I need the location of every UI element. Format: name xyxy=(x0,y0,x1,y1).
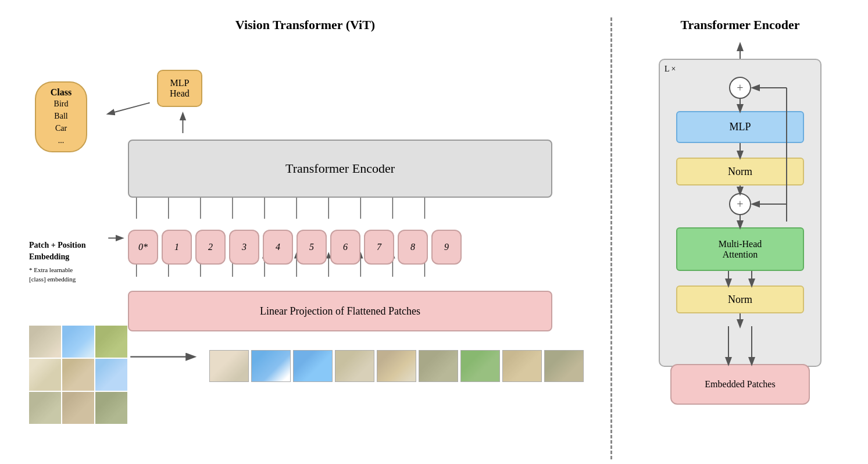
patch-tokens-row: 0* 1 2 3 4 5 6 7 8 9 xyxy=(128,230,462,265)
patch-token-8: 8 xyxy=(398,230,428,265)
patch-token-0: 0* xyxy=(128,230,158,265)
svg-line-0 xyxy=(108,103,149,114)
input-patch-9 xyxy=(95,392,127,424)
class-label: Class xyxy=(47,87,76,98)
patch-token-7: 7 xyxy=(364,230,394,265)
dashed-divider xyxy=(610,17,612,459)
asterisk-note: * Extra learnable[class] embedding xyxy=(29,266,85,284)
mlp-head-box: MLPHead xyxy=(157,70,202,107)
te-norm1-block: Norm xyxy=(676,285,804,313)
patch-token-6: 6 xyxy=(330,230,360,265)
output-patch-1 xyxy=(209,350,249,382)
class-items: BirdBallCar... xyxy=(47,98,76,147)
output-patch-9 xyxy=(544,350,584,382)
input-patch-8 xyxy=(62,392,94,424)
te-norm2-block: Norm xyxy=(676,158,804,185)
input-patch-1 xyxy=(29,326,61,358)
class-box: Class BirdBallCar... xyxy=(35,81,87,152)
output-patch-2 xyxy=(251,350,291,382)
vit-title: Vision Transformer (ViT) xyxy=(235,17,375,33)
patch-token-5: 5 xyxy=(297,230,327,265)
patch-token-9: 9 xyxy=(431,230,462,265)
patch-token-2: 2 xyxy=(195,230,226,265)
transformer-encoder-detail-title: Transformer Encoder xyxy=(680,17,799,33)
embedded-patches-box: Embedded Patches xyxy=(670,364,810,405)
lx-label: L × xyxy=(665,65,676,74)
te-mlp-block: MLP xyxy=(676,111,804,143)
input-patch-4 xyxy=(29,359,61,391)
input-patch-3 xyxy=(95,326,127,358)
patch-token-3: 3 xyxy=(229,230,259,265)
output-patches-row xyxy=(209,350,584,382)
patch-token-4: 4 xyxy=(263,230,293,265)
vit-section: Vision Transformer (ViT) Class BirdBallC… xyxy=(12,12,599,452)
output-patch-5 xyxy=(377,350,416,382)
transformer-encoder-box: Transformer Encoder xyxy=(128,140,552,198)
output-patch-7 xyxy=(460,350,500,382)
input-patch-5 xyxy=(62,359,94,391)
output-patch-8 xyxy=(502,350,542,382)
input-patch-7 xyxy=(29,392,61,424)
patch-position-label: Patch + PositionEmbedding * Extra learna… xyxy=(29,240,85,284)
output-patch-4 xyxy=(335,350,374,382)
patch-token-1: 1 xyxy=(162,230,192,265)
input-patch-6 xyxy=(95,359,127,391)
linear-proj-box: Linear Projection of Flattened Patches xyxy=(128,291,552,331)
transformer-detail-section: Transformer Encoder L × xyxy=(624,12,856,452)
output-patch-3 xyxy=(293,350,333,382)
input-image-grid xyxy=(29,326,127,424)
main-container: Vision Transformer (ViT) Class BirdBallC… xyxy=(0,0,868,464)
output-patch-6 xyxy=(419,350,458,382)
te-attention-block: Multi-HeadAttention xyxy=(676,227,804,271)
input-patch-2 xyxy=(62,326,94,358)
